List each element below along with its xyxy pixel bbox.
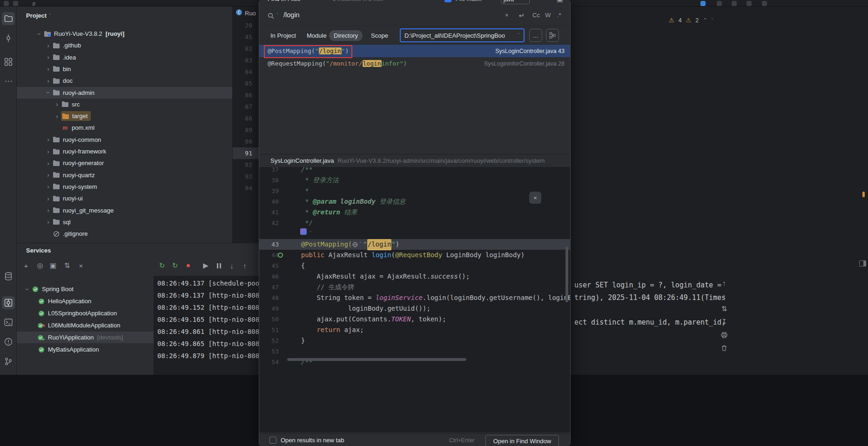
project-tool-icon[interactable] (2, 12, 15, 25)
chevron-down-icon[interactable]: › (36, 30, 43, 38)
hide-panel-icon[interactable] (859, 260, 866, 266)
scroll-to-end-icon[interactable]: ↧ (719, 316, 730, 327)
services-tool-icon[interactable] (2, 296, 15, 309)
scroll-up-button[interactable]: ↑ (239, 260, 250, 271)
chevron-right-icon[interactable]: › (44, 172, 52, 178)
scope-tab-module[interactable]: Module (302, 30, 331, 41)
next-problem-icon[interactable]: ˇ (711, 18, 713, 23)
regex-toggle[interactable]: .* (557, 12, 561, 19)
tree-row[interactable]: ›sql (17, 216, 232, 228)
clear-console-icon[interactable] (719, 342, 730, 353)
project-panel-title[interactable]: Projectˇ (26, 12, 51, 19)
git-branch-tool-icon[interactable] (2, 355, 15, 368)
search-result-row[interactable]: @PostMapping("/login")SysLoginController… (259, 45, 570, 57)
chevron-right-icon[interactable]: › (44, 54, 52, 60)
project-icon[interactable] (13, 1, 18, 6)
scrollbar-warning-marker[interactable] (862, 192, 865, 197)
resume-button[interactable]: ▶ (200, 260, 211, 271)
chevron-right-icon[interactable]: › (53, 101, 61, 107)
chevron-right-icon[interactable]: › (44, 207, 52, 213)
search-icon[interactable] (268, 13, 274, 20)
endpoint-gutter-icon[interactable] (278, 253, 283, 258)
tree-row[interactable]: ›ruoyi-framework (17, 146, 232, 157)
words-toggle[interactable]: W (545, 12, 551, 19)
search-result-row[interactable]: @RequestMapping("/monitor/logininfor")Sy… (259, 57, 570, 70)
tree-row[interactable]: ›target (17, 110, 232, 122)
tree-row[interactable]: ›.idea (17, 52, 232, 63)
browse-directory-button[interactable]: … (529, 29, 542, 42)
service-row[interactable]: RuoYiApplication[devtools] (17, 332, 154, 343)
rerun-failed-button[interactable]: ↻ (169, 260, 181, 271)
problems-tool-icon[interactable] (2, 335, 15, 348)
chevron-down-icon[interactable]: › (24, 285, 31, 293)
editor-tab[interactable]: C Ruo (236, 9, 260, 17)
run-console[interactable]: 08:26:49.137 [schedule-poo08:26:49.137 [… (154, 276, 259, 375)
url-globe-icon[interactable]: ˇ (352, 239, 363, 250)
chevron-right-icon[interactable]: › (44, 78, 52, 84)
chevron-right-icon[interactable]: › (44, 160, 52, 166)
service-row[interactable]: L06MultiModuleApplication (17, 320, 154, 331)
tree-row[interactable]: ›ruoyi-admin (17, 87, 232, 99)
search-icon[interactable] (732, 1, 737, 6)
tree-row[interactable]: mpom.xml (17, 122, 232, 133)
layout-icon[interactable] (717, 1, 722, 6)
scope-tab-in-project[interactable]: In Project (266, 30, 301, 41)
file-mask-checkbox[interactable]: ✓ (444, 0, 451, 2)
inspections-widget[interactable]: ⚠ 4 ⚠ 2 ⌃ ˇ (669, 17, 713, 24)
chevron-right-icon[interactable]: › (53, 113, 61, 120)
tree-row[interactable]: ›doc (17, 75, 232, 87)
match-case-toggle[interactable]: Cc (532, 12, 540, 19)
newline-icon[interactable] (518, 13, 524, 20)
preview-v-scrollbar[interactable] (565, 246, 568, 302)
services-panel-title[interactable]: Services (26, 247, 51, 254)
print-icon[interactable] (719, 329, 730, 340)
more-tools-icon[interactable]: ⋯ (2, 74, 15, 87)
scope-tab-directory[interactable]: Directory (329, 30, 363, 41)
scope-tab-scope[interactable]: Scope (366, 30, 393, 41)
plugin-icon[interactable] (700, 1, 706, 6)
pause-output-button[interactable] (213, 260, 224, 271)
directory-path-combo[interactable]: D:\Project_all\IDEAProject\SpringBoo ˇ (400, 28, 525, 42)
terminal-tool-icon[interactable] (2, 316, 15, 329)
preview-h-scrollbar[interactable] (287, 358, 466, 361)
chevron-right-icon[interactable]: › (44, 42, 52, 49)
database-tool-icon[interactable] (2, 270, 15, 283)
service-row[interactable]: HelloApplication (17, 295, 154, 307)
chevron-right-icon[interactable]: › (44, 183, 52, 190)
file-mask-combo[interactable]: java ˇ (501, 0, 530, 4)
structure-tool-icon[interactable] (2, 55, 15, 68)
service-row[interactable]: ›Spring Boot (17, 283, 154, 295)
search-history-chevron-icon[interactable]: ˇ (276, 13, 278, 18)
tree-row[interactable]: ›ruoyi-system (17, 181, 232, 193)
group-by-button[interactable]: ▣ (47, 260, 59, 271)
close-icon[interactable]: × (529, 192, 541, 204)
settings-icon[interactable] (747, 1, 752, 6)
service-row[interactable]: L05SpringbootApplication (17, 307, 154, 319)
chevron-right-icon[interactable]: › (44, 136, 52, 143)
app-menu-icon[interactable] (4, 1, 9, 6)
open-in-find-window-button[interactable]: Open in Find Window (485, 435, 559, 446)
dialog-header-icon[interactable]: ▣ (554, 0, 565, 5)
tree-row[interactable]: ›ruoyi-quartz (17, 169, 232, 181)
chevron-down-icon[interactable]: › (45, 89, 52, 97)
tree-row[interactable]: ›.github (17, 40, 232, 51)
chevron-right-icon[interactable]: › (44, 219, 52, 225)
directory-tree-button[interactable] (546, 29, 559, 42)
open-in-new-tab-checkbox[interactable] (269, 437, 276, 444)
expand-collapse-button[interactable]: ⇅ (61, 260, 73, 271)
tree-row[interactable]: .gitignore (17, 228, 232, 240)
preview-code-area[interactable]: 37 /**38 * 登录方法39 *40 * @param loginBody… (259, 167, 570, 433)
scroll-down-button[interactable]: ↓ (226, 260, 237, 271)
prev-problem-icon[interactable]: ⌃ (703, 17, 707, 23)
scroll-to-top-icon[interactable]: ↑ (719, 277, 730, 288)
tree-row[interactable]: ›RuoYi-Vue-V3.8.2[ruoyi] (17, 28, 232, 40)
service-row[interactable]: MyBatisApplication (17, 344, 154, 355)
chevron-right-icon[interactable]: › (44, 66, 52, 72)
bell-icon[interactable] (762, 1, 767, 6)
tree-row[interactable]: ›bin (17, 63, 232, 75)
add-service-button[interactable]: + (20, 260, 32, 271)
rerun-button[interactable]: ↻ (156, 260, 168, 271)
commit-tool-icon[interactable] (2, 32, 15, 45)
tree-row[interactable]: ›ruoyi-ui (17, 193, 232, 204)
view-options-button[interactable]: ◎ (34, 260, 46, 271)
